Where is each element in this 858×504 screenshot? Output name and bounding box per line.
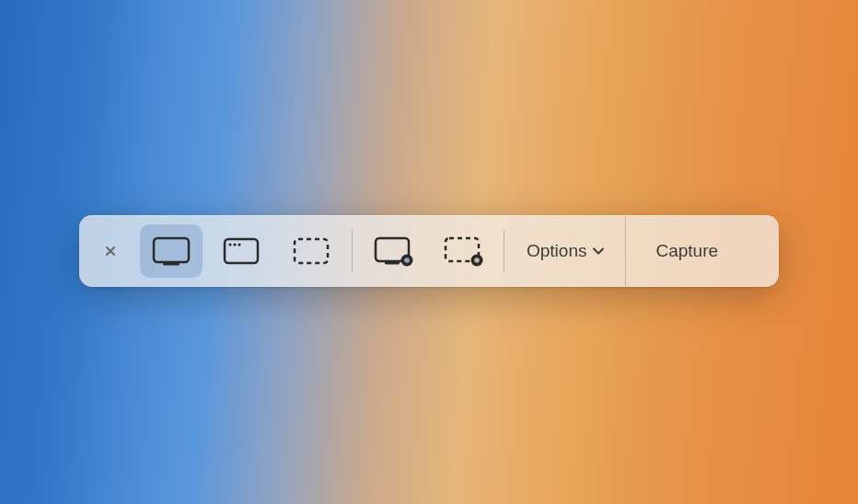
close-button[interactable] bbox=[98, 238, 123, 264]
screen-icon bbox=[150, 235, 192, 268]
svg-point-13 bbox=[474, 258, 480, 263]
capture-button[interactable]: Capture bbox=[626, 215, 748, 287]
screenshot-toolbar: Options Capture bbox=[79, 215, 779, 287]
record-screen-icon bbox=[372, 235, 414, 268]
close-icon bbox=[104, 245, 117, 258]
capture-label: Capture bbox=[655, 241, 718, 261]
capture-window-button[interactable] bbox=[210, 224, 272, 278]
record-selection-icon bbox=[442, 235, 484, 268]
capture-selection-button[interactable] bbox=[280, 224, 342, 278]
record-tools-group bbox=[354, 224, 502, 278]
svg-point-5 bbox=[238, 243, 240, 246]
svg-rect-0 bbox=[154, 238, 189, 262]
capture-tools-group bbox=[133, 224, 350, 278]
chevron-down-icon bbox=[592, 246, 605, 256]
selection-icon bbox=[290, 235, 332, 268]
svg-point-3 bbox=[228, 243, 231, 246]
svg-rect-2 bbox=[225, 239, 258, 263]
record-entire-screen-button[interactable] bbox=[362, 224, 424, 278]
record-selection-button[interactable] bbox=[432, 224, 494, 278]
capture-entire-screen-button[interactable] bbox=[140, 224, 203, 278]
toolbar-divider bbox=[504, 230, 504, 272]
svg-rect-8 bbox=[385, 261, 400, 265]
window-icon bbox=[220, 235, 262, 268]
svg-rect-1 bbox=[163, 262, 180, 266]
svg-rect-6 bbox=[295, 239, 328, 263]
options-label: Options bbox=[527, 241, 586, 261]
toolbar-divider bbox=[352, 230, 353, 272]
options-dropdown[interactable]: Options bbox=[506, 215, 625, 287]
svg-point-4 bbox=[233, 243, 236, 246]
svg-point-10 bbox=[404, 258, 410, 263]
